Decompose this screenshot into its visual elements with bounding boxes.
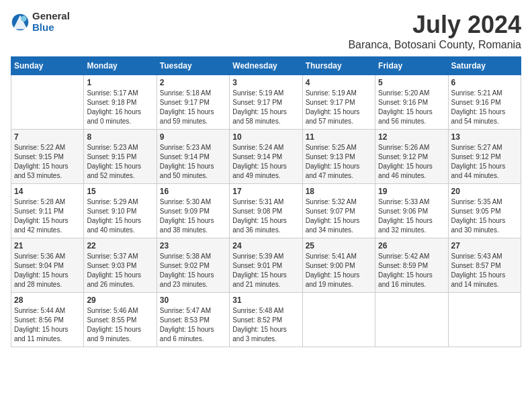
- day-number: 27: [451, 241, 518, 250]
- day-info: Sunrise: 5:37 AM Sunset: 9:03 PM Dayligh…: [87, 252, 153, 289]
- calendar-cell: 30Sunrise: 5:47 AM Sunset: 8:53 PM Dayli…: [157, 293, 229, 347]
- day-info: Sunrise: 5:23 AM Sunset: 9:14 PM Dayligh…: [160, 143, 226, 181]
- header-thursday: Thursday: [302, 57, 375, 75]
- calendar-cell: 25Sunrise: 5:41 AM Sunset: 9:00 PM Dayli…: [302, 238, 375, 293]
- calendar-week-2: 7Sunrise: 5:22 AM Sunset: 9:15 PM Daylig…: [11, 130, 521, 184]
- day-info: Sunrise: 5:31 AM Sunset: 9:08 PM Dayligh…: [232, 197, 299, 235]
- calendar-cell: 29Sunrise: 5:46 AM Sunset: 8:55 PM Dayli…: [84, 293, 157, 347]
- calendar-cell: 4Sunrise: 5:19 AM Sunset: 9:17 PM Daylig…: [302, 75, 375, 130]
- calendar-header: SundayMondayTuesdayWednesdayThursdayFrid…: [11, 57, 521, 75]
- title-area: July 2024 Baranca, Botosani County, Roma…: [348, 11, 521, 51]
- calendar-cell: [302, 293, 375, 347]
- day-number: 6: [451, 78, 518, 87]
- svg-point-2: [21, 15, 27, 21]
- day-info: Sunrise: 5:48 AM Sunset: 8:52 PM Dayligh…: [232, 306, 299, 344]
- day-info: Sunrise: 5:27 AM Sunset: 9:12 PM Dayligh…: [451, 143, 518, 181]
- day-number: 14: [14, 187, 81, 196]
- day-info: Sunrise: 5:24 AM Sunset: 9:14 PM Dayligh…: [232, 143, 299, 181]
- day-info: Sunrise: 5:18 AM Sunset: 9:17 PM Dayligh…: [160, 89, 226, 126]
- logo-blue: Blue: [32, 22, 70, 34]
- day-number: 4: [306, 78, 372, 87]
- calendar-cell: 24Sunrise: 5:39 AM Sunset: 9:01 PM Dayli…: [230, 238, 302, 293]
- day-info: Sunrise: 5:32 AM Sunset: 9:07 PM Dayligh…: [306, 197, 372, 235]
- day-number: 1: [87, 78, 153, 87]
- day-info: Sunrise: 5:19 AM Sunset: 9:17 PM Dayligh…: [232, 89, 299, 126]
- calendar-cell: 2Sunrise: 5:18 AM Sunset: 9:17 PM Daylig…: [157, 75, 229, 130]
- calendar-cell: 19Sunrise: 5:33 AM Sunset: 9:06 PM Dayli…: [375, 184, 448, 238]
- day-info: Sunrise: 5:26 AM Sunset: 9:12 PM Dayligh…: [378, 143, 445, 181]
- day-number: 2: [160, 78, 226, 87]
- calendar-cell: 15Sunrise: 5:29 AM Sunset: 9:10 PM Dayli…: [84, 184, 157, 238]
- day-number: 28: [14, 295, 81, 305]
- calendar-cell: 26Sunrise: 5:42 AM Sunset: 8:59 PM Dayli…: [375, 238, 448, 293]
- calendar-cell: 20Sunrise: 5:35 AM Sunset: 9:05 PM Dayli…: [448, 184, 521, 238]
- day-info: Sunrise: 5:22 AM Sunset: 9:15 PM Dayligh…: [14, 143, 81, 181]
- header-monday: Monday: [84, 57, 157, 75]
- calendar-cell: 21Sunrise: 5:36 AM Sunset: 9:04 PM Dayli…: [11, 238, 84, 293]
- header-friday: Friday: [375, 57, 448, 75]
- page-header: General Blue July 2024 Baranca, Botosani…: [11, 11, 521, 51]
- day-info: Sunrise: 5:36 AM Sunset: 9:04 PM Dayligh…: [14, 252, 81, 289]
- day-number: 11: [306, 132, 372, 142]
- day-number: 22: [87, 241, 153, 250]
- day-info: Sunrise: 5:17 AM Sunset: 9:18 PM Dayligh…: [87, 89, 153, 126]
- calendar-cell: 28Sunrise: 5:44 AM Sunset: 8:56 PM Dayli…: [11, 293, 84, 347]
- day-number: 31: [232, 295, 299, 305]
- header-tuesday: Tuesday: [157, 57, 229, 75]
- calendar-cell: 13Sunrise: 5:27 AM Sunset: 9:12 PM Dayli…: [448, 130, 521, 184]
- calendar-cell: 8Sunrise: 5:23 AM Sunset: 9:15 PM Daylig…: [84, 130, 157, 184]
- day-info: Sunrise: 5:46 AM Sunset: 8:55 PM Dayligh…: [87, 306, 153, 344]
- logo-general: General: [32, 11, 70, 22]
- logo: General Blue: [11, 11, 70, 33]
- calendar-cell: 5Sunrise: 5:20 AM Sunset: 9:16 PM Daylig…: [375, 75, 448, 130]
- day-info: Sunrise: 5:29 AM Sunset: 9:10 PM Dayligh…: [87, 197, 153, 235]
- calendar-cell: 6Sunrise: 5:21 AM Sunset: 9:16 PM Daylig…: [448, 75, 521, 130]
- calendar-cell: 27Sunrise: 5:43 AM Sunset: 8:57 PM Dayli…: [448, 238, 521, 293]
- day-number: 18: [306, 187, 372, 196]
- calendar-cell: 10Sunrise: 5:24 AM Sunset: 9:14 PM Dayli…: [230, 130, 302, 184]
- day-info: Sunrise: 5:39 AM Sunset: 9:01 PM Dayligh…: [232, 252, 299, 289]
- calendar-week-4: 21Sunrise: 5:36 AM Sunset: 9:04 PM Dayli…: [11, 238, 521, 293]
- calendar-cell: 14Sunrise: 5:28 AM Sunset: 9:11 PM Dayli…: [11, 184, 84, 238]
- day-info: Sunrise: 5:42 AM Sunset: 8:59 PM Dayligh…: [378, 252, 445, 289]
- day-number: 23: [160, 241, 226, 250]
- calendar-cell: 17Sunrise: 5:31 AM Sunset: 9:08 PM Dayli…: [230, 184, 302, 238]
- calendar-cell: [11, 75, 84, 130]
- day-number: 7: [14, 132, 81, 142]
- header-sunday: Sunday: [11, 57, 84, 75]
- calendar-cell: 3Sunrise: 5:19 AM Sunset: 9:17 PM Daylig…: [230, 75, 302, 130]
- day-number: 10: [232, 132, 299, 142]
- calendar-week-1: 1Sunrise: 5:17 AM Sunset: 9:18 PM Daylig…: [11, 75, 521, 130]
- day-number: 19: [378, 187, 445, 196]
- day-info: Sunrise: 5:35 AM Sunset: 9:05 PM Dayligh…: [451, 197, 518, 235]
- calendar-body: 1Sunrise: 5:17 AM Sunset: 9:18 PM Daylig…: [11, 75, 521, 347]
- day-number: 17: [232, 187, 299, 196]
- header-wednesday: Wednesday: [230, 57, 302, 75]
- day-number: 13: [451, 132, 518, 142]
- day-info: Sunrise: 5:23 AM Sunset: 9:15 PM Dayligh…: [87, 143, 153, 181]
- calendar-cell: 23Sunrise: 5:38 AM Sunset: 9:02 PM Dayli…: [157, 238, 229, 293]
- day-info: Sunrise: 5:33 AM Sunset: 9:06 PM Dayligh…: [378, 197, 445, 235]
- day-info: Sunrise: 5:25 AM Sunset: 9:13 PM Dayligh…: [306, 143, 372, 181]
- day-number: 9: [160, 132, 226, 142]
- day-info: Sunrise: 5:44 AM Sunset: 8:56 PM Dayligh…: [14, 306, 81, 344]
- calendar-week-3: 14Sunrise: 5:28 AM Sunset: 9:11 PM Dayli…: [11, 184, 521, 238]
- calendar-cell: 16Sunrise: 5:30 AM Sunset: 9:09 PM Dayli…: [157, 184, 229, 238]
- calendar-table: SundayMondayTuesdayWednesdayThursdayFrid…: [11, 56, 521, 347]
- day-number: 30: [160, 295, 226, 305]
- day-number: 26: [378, 241, 445, 250]
- calendar-cell: 9Sunrise: 5:23 AM Sunset: 9:14 PM Daylig…: [157, 130, 229, 184]
- calendar-cell: 11Sunrise: 5:25 AM Sunset: 9:13 PM Dayli…: [302, 130, 375, 184]
- day-number: 24: [232, 241, 299, 250]
- month-title: July 2024: [348, 11, 521, 39]
- day-info: Sunrise: 5:30 AM Sunset: 9:09 PM Dayligh…: [160, 197, 226, 235]
- location-title: Baranca, Botosani County, Romania: [348, 39, 521, 51]
- day-number: 25: [306, 241, 372, 250]
- day-info: Sunrise: 5:28 AM Sunset: 9:11 PM Dayligh…: [14, 197, 81, 235]
- day-number: 16: [160, 187, 226, 196]
- calendar-cell: 22Sunrise: 5:37 AM Sunset: 9:03 PM Dayli…: [84, 238, 157, 293]
- day-info: Sunrise: 5:41 AM Sunset: 9:00 PM Dayligh…: [306, 252, 372, 289]
- calendar-cell: [448, 293, 521, 347]
- header-saturday: Saturday: [448, 57, 521, 75]
- day-number: 21: [14, 241, 81, 250]
